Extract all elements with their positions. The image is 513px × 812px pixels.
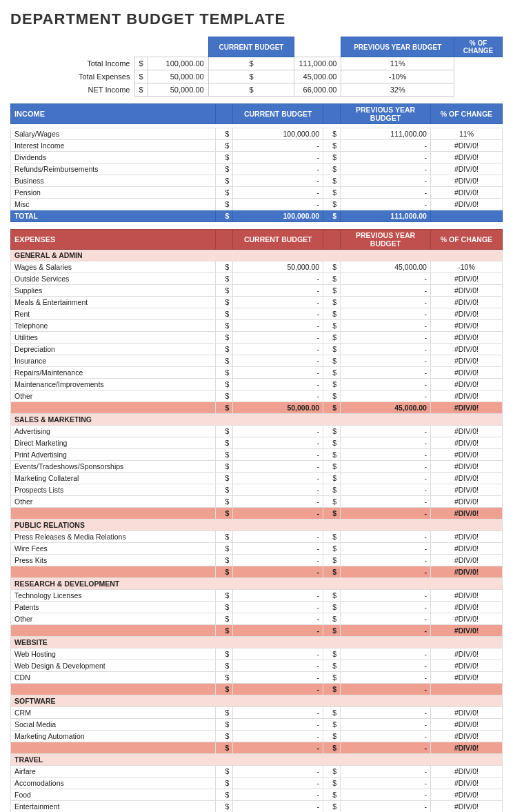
expense-row-label: Insurance — [11, 355, 216, 367]
expense-pct: #DIV/0! — [430, 484, 502, 496]
expense-prev-val: - — [341, 801, 431, 813]
expense-curr-val: - — [233, 379, 323, 390]
expense-row: CDN $ - $ - #DIV/0! — [11, 672, 503, 684]
expense-prev-val: - — [341, 437, 431, 449]
expense-row: Print Advertising $ - $ - #DIV/0! — [11, 449, 503, 461]
expense-row-label: CRM — [11, 707, 216, 719]
income-row-label: Misc — [11, 199, 216, 210]
expense-row-label: Other — [11, 390, 216, 402]
expense-pct: #DIV/0! — [430, 766, 502, 778]
expense-row-label: Other — [11, 496, 216, 508]
expense-row: Utilities $ - $ - #DIV/0! — [11, 332, 503, 344]
subtotal-curr: - — [233, 508, 323, 519]
expense-prev-val: - — [341, 590, 431, 602]
expense-row-label: Depreciation — [11, 344, 216, 355]
income-pct: #DIV/0! — [430, 175, 502, 187]
summary-curr-val: 50,000.00 — [148, 83, 208, 97]
expense-prev-val: - — [341, 660, 431, 672]
summary-prev-val: 45,000.00 — [294, 70, 341, 83]
income-prev-val: 111,000.00 — [341, 128, 431, 140]
expense-row-label: Press Releases & Media Relations — [11, 531, 216, 543]
income-prev-sign: $ — [323, 164, 341, 175]
expense-curr-val: - — [233, 731, 323, 742]
expense-prev-val: - — [341, 672, 431, 684]
expense-row: Other $ - $ - #DIV/0! — [11, 390, 503, 402]
income-prev-sign: $ — [323, 199, 341, 210]
income-curr-sign: $ — [216, 152, 233, 164]
income-section-title: INCOME — [11, 104, 216, 124]
income-row: Refunds/Reimbursements $ - $ - #DIV/0! — [11, 164, 503, 175]
expense-row: Accomodations $ - $ - #DIV/0! — [11, 778, 503, 789]
expense-row-label: Patents — [11, 602, 216, 613]
expense-curr-val: - — [233, 672, 323, 684]
income-total-curr: 100,000.00 — [233, 210, 323, 222]
expense-prev-val: - — [341, 332, 431, 344]
expense-curr-val: - — [233, 648, 323, 660]
summary-prev-sign: $ — [208, 70, 294, 83]
expense-prev-val: - — [341, 731, 431, 742]
expense-row: Press Releases & Media Relations $ - $ -… — [11, 531, 503, 543]
summary-label: NET Income — [10, 83, 134, 97]
expense-pct: #DIV/0! — [430, 297, 502, 308]
expense-subtotal-row: $ - $ - — [11, 684, 503, 695]
expense-curr-val: - — [233, 390, 323, 402]
subtotal-pct — [430, 684, 502, 695]
expense-curr-val: - — [233, 297, 323, 308]
expense-subtotal-row: $ - $ - #DIV/0! — [11, 742, 503, 754]
income-row: Misc $ - $ - #DIV/0! — [11, 199, 503, 210]
expense-row-label: CDN — [11, 672, 216, 684]
expenses-section-title: EXPENSES — [11, 230, 216, 250]
subtotal-curr: 50,000.00 — [233, 402, 323, 414]
expense-curr-val: - — [233, 484, 323, 496]
expense-row-label: Food — [11, 789, 216, 801]
subtotal-pct: #DIV/0! — [430, 508, 502, 519]
income-row-label: Salary/Wages — [11, 128, 216, 140]
expense-row-label: Accomodations — [11, 778, 216, 789]
subtotal-pct: #DIV/0! — [430, 625, 502, 637]
expense-curr-val: - — [233, 367, 323, 379]
expense-prev-val: - — [341, 367, 431, 379]
expense-curr-val: - — [233, 355, 323, 367]
expense-pct: #DIV/0! — [430, 367, 502, 379]
subtotal-curr: - — [233, 566, 323, 578]
expense-row-label: Utilities — [11, 332, 216, 344]
income-table: INCOME CURRENT BUDGET PREVIOUS YEAR BUDG… — [10, 103, 503, 222]
expense-pct: #DIV/0! — [430, 473, 502, 484]
expense-curr-val: - — [233, 660, 323, 672]
expense-pct: #DIV/0! — [430, 672, 502, 684]
expense-row-label: Supplies — [11, 285, 216, 297]
expenses-subsection-header: TRAVEL — [11, 754, 503, 766]
expense-pct: #DIV/0! — [430, 273, 502, 285]
expense-subtotal-row: $ 50,000.00 $ 45,000.00 #DIV/0! — [11, 402, 503, 414]
expense-row: Marketing Collateral $ - $ - #DIV/0! — [11, 473, 503, 484]
expense-row-label: Direct Marketing — [11, 437, 216, 449]
summary-prev-sign: $ — [208, 83, 294, 97]
expense-pct: #DIV/0! — [430, 555, 502, 566]
expense-row: Repairs/Maintenance $ - $ - #DIV/0! — [11, 367, 503, 379]
expense-curr-val: - — [233, 285, 323, 297]
subsection-name: SALES & MARKETING — [11, 414, 503, 426]
expense-prev-val: - — [341, 308, 431, 320]
expense-row: Wire Fees $ - $ - #DIV/0! — [11, 543, 503, 555]
expense-curr-val: - — [233, 555, 323, 566]
expense-prev-val: - — [341, 543, 431, 555]
income-prev-val: - — [341, 175, 431, 187]
expense-prev-val: - — [341, 285, 431, 297]
summary-header-prev: PREVIOUS YEAR BUDGET — [341, 37, 454, 57]
income-header-current: CURRENT BUDGET — [233, 104, 323, 124]
subsection-name: GENERAL & ADMIN — [11, 250, 503, 261]
expense-row-label: Telephone — [11, 320, 216, 332]
income-prev-sign: $ — [323, 187, 341, 199]
expense-pct: #DIV/0! — [430, 660, 502, 672]
summary-row: Total Expenses $ 50,000.00 $ 45,000.00 -… — [10, 70, 503, 83]
summary-curr-val: 100,000.00 — [148, 57, 208, 70]
expenses-subsection-header: GENERAL & ADMIN — [11, 250, 503, 261]
expenses-subsection-header: RESEARCH & DEVELOPMENT — [11, 578, 503, 590]
summary-curr-sign: $ — [134, 70, 148, 83]
expense-row: Direct Marketing $ - $ - #DIV/0! — [11, 437, 503, 449]
income-curr-val: - — [233, 164, 323, 175]
expense-curr-val: - — [233, 332, 323, 344]
summary-row: NET Income $ 50,000.00 $ 66,000.00 32% — [10, 83, 503, 97]
expense-pct: #DIV/0! — [430, 320, 502, 332]
expense-row: Events/Tradeshows/Sponsorships $ - $ - #… — [11, 461, 503, 473]
